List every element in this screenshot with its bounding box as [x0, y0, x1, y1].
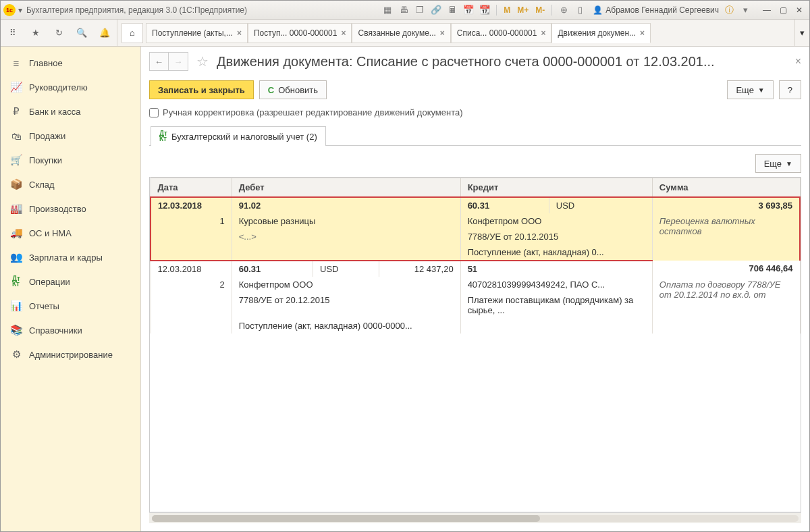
- horizontal-scrollbar[interactable]: [149, 512, 801, 523]
- doc-tab-label: Поступление (акты,...: [152, 28, 233, 38]
- tb-panel-icon[interactable]: ▯: [574, 4, 586, 16]
- main-toolbar: ⠿ ★ ↻ 🔍 🔔 ⌂ Поступление (акты,...× Посту…: [1, 20, 809, 47]
- chart-icon: 📈: [10, 81, 22, 93]
- more-button[interactable]: Еще▼: [727, 80, 773, 99]
- m-minus-button[interactable]: M-: [534, 5, 546, 15]
- window-minimize-icon[interactable]: —: [759, 4, 774, 16]
- tb-date-icon[interactable]: 📆: [479, 4, 491, 16]
- app-logo-icon: 1c: [3, 4, 16, 16]
- tab-close-icon[interactable]: ×: [640, 28, 645, 38]
- tb-copy-icon[interactable]: ❐: [414, 4, 426, 16]
- table-header-row: Дата Дебет Кредит Сумма: [151, 178, 800, 198]
- sidebar-item-operations[interactable]: ДтКтОперации: [1, 269, 140, 294]
- sidebar-item-label: Зарплата и кадры: [29, 252, 103, 263]
- sidebar-item-production[interactable]: 🏭Производство: [1, 196, 140, 221]
- doc-tab-3[interactable]: Списа... 0000-000001×: [451, 23, 552, 43]
- sidebar-item-bank[interactable]: ₽Банк и касса: [1, 99, 140, 124]
- cell-credit-l3: Платежи поставщикам (подрядчикам) за сыр…: [460, 292, 652, 318]
- sidebar-item-admin[interactable]: ⚙Администрирование: [1, 342, 140, 367]
- subtab-label: Бухгалтерский и налоговый учет (2): [171, 132, 317, 142]
- tab-close-icon[interactable]: ×: [541, 28, 545, 38]
- subtab-accounting[interactable]: ДтКт Бухгалтерский и налоговый учет (2): [151, 126, 326, 146]
- bell-icon[interactable]: 🔔: [98, 26, 111, 40]
- cell-credit-acc: 51: [460, 261, 652, 277]
- doc-tab-0[interactable]: Поступление (акты,...×: [146, 23, 248, 43]
- content-close-button[interactable]: ×: [795, 55, 801, 68]
- sidebar-item-sales[interactable]: 🛍Продажи: [1, 124, 140, 148]
- tabs-overflow[interactable]: ▾: [794, 20, 809, 46]
- sidebar-item-references[interactable]: 📚Справочники: [1, 318, 140, 342]
- user-badge[interactable]: 👤 Абрамов Геннадий Сергеевич: [593, 5, 719, 15]
- tb-link-icon[interactable]: 🔗: [430, 4, 442, 16]
- window-close-icon[interactable]: ✕: [792, 4, 807, 16]
- table-row[interactable]: 12.03.2018 91.02 60.31 USD 3 693,85: [151, 197, 800, 213]
- dropdown-icon[interactable]: ▾: [739, 4, 751, 16]
- cell-debit-acc: 91.02: [232, 197, 460, 213]
- table-scroll[interactable]: Дата Дебет Кредит Сумма 12.03.2018 91.02…: [149, 177, 801, 512]
- apps-grid-icon[interactable]: ⠿: [6, 26, 20, 40]
- sidebar-item-hr[interactable]: 👥Зарплата и кадры: [1, 245, 140, 269]
- table-row[interactable]: 1 Курсовые разницы Конфетпром ООО Переоц…: [151, 213, 800, 229]
- cell-date: 12.03.2018: [151, 261, 232, 277]
- chevron-down-icon: ▼: [786, 160, 792, 167]
- sidebar-item-main[interactable]: ≡Главное: [1, 51, 140, 75]
- people-icon: 👥: [10, 251, 22, 263]
- doc-tab-2[interactable]: Связанные докуме...×: [352, 23, 450, 43]
- sidebar-item-reports[interactable]: 📊Отчеты: [1, 294, 140, 318]
- nav-group: ← →: [149, 52, 188, 71]
- sidebar-item-director[interactable]: 📈Руководителю: [1, 75, 140, 99]
- bars-icon: 📊: [10, 300, 22, 312]
- sidebar-item-label: Справочники: [29, 325, 82, 336]
- tb-calc-icon[interactable]: 🖩: [446, 4, 458, 16]
- tb-print-icon[interactable]: 🖶: [398, 4, 410, 16]
- col-date[interactable]: Дата: [151, 178, 232, 198]
- cell-debit-curr: USD: [313, 261, 379, 277]
- cell-debit-amt: 12 437,20: [379, 261, 460, 277]
- home-tab[interactable]: ⌂: [122, 23, 143, 43]
- window-maximize-icon[interactable]: ▢: [776, 4, 790, 16]
- cell-debit-l4: Поступление (акт, накладная) 0000-0000..…: [232, 318, 460, 334]
- doc-tab-4[interactable]: Движения докумен...×: [551, 23, 651, 43]
- table-more-button[interactable]: Еще▼: [755, 154, 801, 173]
- tb-icon-grid[interactable]: ▦: [381, 4, 394, 16]
- doc-tab-label: Списа... 0000-000001: [457, 28, 537, 38]
- sidebar-item-warehouse[interactable]: 📦Склад: [1, 172, 140, 196]
- save-close-button[interactable]: Записать и закрыть: [149, 80, 254, 99]
- refresh-button[interactable]: СОбновить: [259, 80, 327, 99]
- nav-forward-button[interactable]: →: [169, 53, 188, 70]
- books-icon: 📚: [10, 324, 22, 336]
- col-credit[interactable]: Кредит: [460, 178, 652, 198]
- col-sum[interactable]: Сумма: [652, 178, 800, 198]
- sidebar-item-label: Операции: [29, 277, 70, 287]
- table-row[interactable]: 12.03.2018 60.31 USD 12 437,20 51 706 44…: [151, 261, 800, 277]
- scroll-thumb[interactable]: [152, 515, 540, 522]
- info-icon[interactable]: ⓘ: [723, 4, 735, 16]
- doc-tab-1[interactable]: Поступ... 0000-000001×: [248, 23, 352, 43]
- help-button[interactable]: ?: [779, 80, 801, 99]
- cell-debit-l3: 7788/УЕ от 20.12.2015: [232, 292, 460, 318]
- truck-icon: 🚚: [10, 227, 22, 239]
- refresh-icon: С: [268, 85, 274, 95]
- table-row[interactable]: 2 Конфетпром ООО 40702810399994349242, П…: [151, 277, 800, 292]
- app-menu-dropdown[interactable]: ▾: [18, 5, 22, 15]
- favorite-star-icon[interactable]: ★: [29, 26, 43, 40]
- tab-close-icon[interactable]: ×: [237, 28, 242, 38]
- manual-edit-checkbox[interactable]: [149, 108, 159, 117]
- menu-icon: ≡: [10, 57, 22, 69]
- history-icon[interactable]: ↻: [52, 26, 65, 40]
- m-plus-button[interactable]: M+: [516, 5, 530, 15]
- m-button[interactable]: M: [502, 5, 512, 15]
- tab-close-icon[interactable]: ×: [341, 28, 346, 38]
- sidebar-item-purchases[interactable]: 🛒Покупки: [1, 148, 140, 172]
- favorite-toggle[interactable]: ☆: [196, 53, 209, 70]
- sidebar-item-assets[interactable]: 🚚ОС и НМА: [1, 221, 140, 245]
- tb-calendar-icon[interactable]: 📅: [462, 4, 475, 16]
- tb-zoom-icon[interactable]: ⊕: [558, 4, 570, 16]
- cell-sum-desc: Переоценка валютных остатков: [652, 213, 800, 261]
- search-icon[interactable]: 🔍: [75, 26, 88, 40]
- tab-close-icon[interactable]: ×: [440, 28, 445, 38]
- nav-back-button[interactable]: ←: [150, 53, 169, 70]
- col-debit[interactable]: Дебет: [232, 178, 460, 198]
- manual-edit-label: Ручная корректировка (разрешает редактир…: [163, 107, 463, 117]
- more-label: Еще: [736, 85, 753, 95]
